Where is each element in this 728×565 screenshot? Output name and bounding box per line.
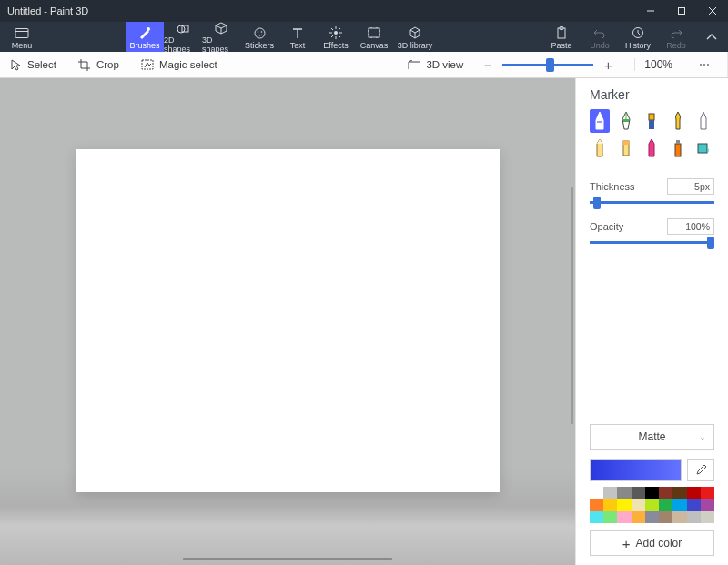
zoom-percent[interactable]: 100%: [634, 58, 680, 71]
tool-canvas[interactable]: Canvas: [355, 22, 393, 52]
undo-button[interactable]: Undo: [581, 22, 619, 52]
svg-rect-25: [142, 60, 153, 69]
canvas-icon: [368, 26, 380, 40]
color-swatch[interactable]: [687, 499, 701, 510]
brush-marker[interactable]: [590, 109, 610, 133]
undo-icon: [593, 26, 606, 40]
more-options-button[interactable]: ⋯: [693, 52, 714, 77]
tool-3d-library[interactable]: 3D library: [393, 22, 437, 52]
tool-stickers[interactable]: Stickers: [240, 22, 278, 52]
3d-shapes-icon: [215, 22, 228, 35]
brush-crayon[interactable]: [642, 136, 662, 160]
3d-view-button[interactable]: 3D view: [408, 58, 463, 71]
color-swatch[interactable]: [590, 499, 603, 510]
minimize-button[interactable]: [635, 0, 666, 22]
color-swatch[interactable]: [603, 511, 617, 523]
color-swatch[interactable]: [701, 511, 714, 523]
color-swatch[interactable]: [603, 487, 617, 499]
eyedropper-button[interactable]: [687, 459, 714, 481]
vertical-scrollbar[interactable]: [571, 187, 573, 424]
zoom-out-button[interactable]: −: [481, 57, 494, 73]
redo-icon: [670, 26, 682, 40]
effects-icon: [329, 26, 342, 40]
close-button[interactable]: [697, 0, 728, 22]
color-swatch[interactable]: [645, 499, 659, 510]
color-swatch[interactable]: [672, 511, 686, 523]
brush-grid: [590, 109, 714, 160]
color-swatch[interactable]: [659, 499, 672, 510]
collapse-panel-button[interactable]: [695, 22, 728, 52]
opacity-input[interactable]: [667, 218, 714, 235]
redo-button[interactable]: Redo: [657, 22, 695, 52]
side-panel: Marker Thickness Opacity Matte ⌄: [575, 78, 728, 565]
tool-2d-shapes[interactable]: 2D shapes: [164, 22, 202, 52]
color-swatch[interactable]: [701, 499, 714, 510]
color-swatch[interactable]: [590, 487, 603, 499]
add-color-button[interactable]: + Add color: [590, 530, 714, 556]
svg-rect-21: [369, 28, 379, 37]
paste-button[interactable]: Paste: [542, 22, 581, 52]
tool-text[interactable]: Text: [278, 22, 317, 52]
color-palette: [590, 487, 714, 523]
color-swatch[interactable]: [659, 511, 672, 523]
color-swatch[interactable]: [659, 487, 672, 499]
tool-effects[interactable]: Effects: [317, 22, 355, 52]
color-swatch[interactable]: [672, 499, 686, 510]
brush-spray-can[interactable]: [668, 136, 688, 160]
current-color-swatch[interactable]: [590, 459, 682, 481]
svg-rect-27: [649, 114, 654, 120]
crop-icon: [78, 58, 91, 71]
history-button[interactable]: History: [619, 22, 657, 52]
brush-pencil[interactable]: [590, 136, 610, 160]
brush-oil[interactable]: [642, 109, 662, 133]
zoom-slider[interactable]: [502, 64, 593, 66]
thickness-slider[interactable]: [590, 201, 714, 204]
svg-rect-1: [679, 8, 685, 15]
horizontal-scrollbar[interactable]: [183, 558, 392, 560]
svg-point-9: [255, 28, 265, 38]
color-swatch[interactable]: [617, 499, 631, 510]
paste-icon: [556, 26, 567, 40]
canvas[interactable]: [76, 149, 500, 492]
menu-button[interactable]: Menu: [0, 22, 44, 52]
color-swatch[interactable]: [590, 511, 603, 523]
color-swatch[interactable]: [632, 511, 645, 523]
magic-select-button[interactable]: Magic select: [141, 58, 217, 71]
color-swatch[interactable]: [645, 487, 659, 499]
crop-button[interactable]: Crop: [78, 58, 119, 71]
opacity-slider[interactable]: [590, 241, 714, 244]
zoom-in-button[interactable]: +: [602, 57, 614, 73]
svg-point-10: [257, 31, 258, 33]
opacity-label: Opacity: [590, 221, 623, 232]
color-swatch[interactable]: [632, 499, 645, 510]
3d-library-icon: [409, 26, 421, 40]
tool-3d-shapes[interactable]: 3D shapes: [202, 22, 240, 52]
3d-view-icon: [408, 58, 420, 71]
color-swatch[interactable]: [687, 487, 701, 499]
tool-brushes[interactable]: Brushes: [126, 22, 164, 52]
color-swatch[interactable]: [645, 511, 659, 523]
brush-watercolor[interactable]: [668, 109, 688, 133]
color-swatch[interactable]: [603, 499, 617, 510]
brush-pen-calligraphy[interactable]: [616, 109, 636, 133]
color-swatch[interactable]: [632, 487, 645, 499]
brush-pen-pixel[interactable]: [693, 109, 713, 133]
color-swatch[interactable]: [701, 487, 714, 499]
zoom-controls: − +: [481, 57, 622, 73]
thickness-row: Thickness: [590, 178, 714, 195]
svg-rect-32: [676, 140, 680, 144]
magic-select-icon: [141, 58, 154, 71]
color-swatch[interactable]: [672, 487, 686, 499]
select-button[interactable]: Select: [9, 58, 56, 71]
color-swatch[interactable]: [687, 511, 701, 523]
svg-line-18: [339, 35, 340, 37]
canvas-area[interactable]: [0, 78, 575, 565]
color-swatch[interactable]: [617, 487, 631, 499]
brush-fill[interactable]: [693, 136, 713, 160]
maximize-button[interactable]: [666, 0, 697, 22]
svg-point-12: [334, 31, 338, 35]
thickness-input[interactable]: [667, 178, 714, 195]
color-swatch[interactable]: [617, 511, 631, 523]
material-select[interactable]: Matte ⌄: [590, 424, 714, 450]
brush-eraser[interactable]: [616, 136, 636, 160]
